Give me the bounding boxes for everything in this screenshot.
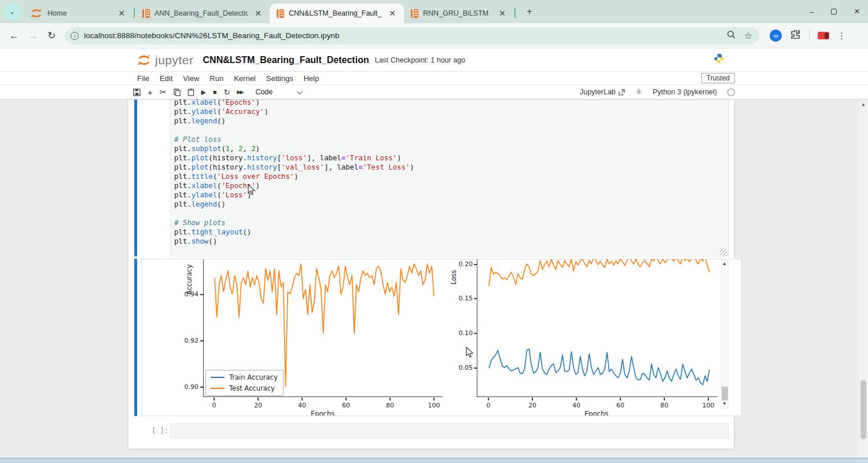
mouse-cursor xyxy=(248,184,256,196)
accuracy-xtick: 20 xyxy=(248,402,268,409)
page-scrollbar[interactable]: ▲ xyxy=(859,100,868,458)
cell-type-dropdown[interactable]: Code xyxy=(255,88,301,96)
loss-ytick: 0.15 xyxy=(453,295,473,302)
window-close-button[interactable]: × xyxy=(854,6,860,17)
tab-cnn-lstm-notebook[interactable]: CNN&LSTM_Bearing_Fault_Dete ✕ xyxy=(270,3,404,23)
tab-close-icon[interactable]: ✕ xyxy=(496,9,508,18)
extension-red-icon[interactable] xyxy=(818,32,829,39)
empty-code-cell-input[interactable] xyxy=(170,423,729,439)
tab-close-icon[interactable]: ✕ xyxy=(387,9,398,18)
jupyterlab-link[interactable]: JupyterLab xyxy=(580,88,625,96)
save-button[interactable] xyxy=(133,89,141,96)
notebook-favicon-icon xyxy=(142,9,150,18)
site-info-icon[interactable]: i xyxy=(71,32,79,40)
legend-entry: Train Accuracy xyxy=(211,373,278,381)
debugger-bug-icon[interactable] xyxy=(635,88,642,97)
tab-close-icon[interactable]: ✕ xyxy=(116,9,127,18)
loss-xtick: 60 xyxy=(610,402,630,409)
notebook-toolbar: + ✂ ▶ ■ ↻ ▶▶ Code JupyterLab Python 3 (i… xyxy=(0,85,868,100)
notebook-favicon-icon xyxy=(277,9,284,18)
url-text: localhost:8888/notebooks/CNN%26LSTM_Bear… xyxy=(84,31,727,40)
legend-label: Train Accuracy xyxy=(229,373,278,381)
menu-kernel[interactable]: Kernel xyxy=(229,73,261,84)
cell-output-area[interactable]: Accuracy 0.94 0.92 0.90 0 20 40 60 80 10… xyxy=(141,259,742,416)
browser-menu-icon[interactable]: ⋮ xyxy=(837,31,846,41)
menu-run[interactable]: Run xyxy=(204,73,229,84)
loss-xtick: 80 xyxy=(654,402,674,409)
zoom-page-icon[interactable] xyxy=(727,30,736,42)
loss-xtick: 20 xyxy=(523,402,542,409)
insert-cell-button[interactable]: + xyxy=(148,87,153,97)
restart-run-all-button[interactable]: ▶▶ xyxy=(237,89,243,95)
tab-home[interactable]: Home ✕ xyxy=(23,3,133,23)
forward-button[interactable]: → xyxy=(28,30,38,42)
cell-type-value: Code xyxy=(255,88,273,96)
selected-cell-bar xyxy=(134,259,137,416)
legend-line-swatch xyxy=(211,388,225,389)
new-tab-button[interactable]: + xyxy=(522,5,537,19)
accuracy-xtick: 60 xyxy=(336,402,356,409)
extension-badge-icon[interactable]: ∞ xyxy=(770,30,782,42)
paste-cell-button[interactable] xyxy=(187,89,194,96)
page-scrollbar-thumb[interactable] xyxy=(860,380,866,439)
legend-entry: Test Accuracy xyxy=(211,384,278,392)
cut-cell-button[interactable]: ✂ xyxy=(160,87,167,97)
selected-cell-bar xyxy=(134,100,137,256)
menu-settings[interactable]: Settings xyxy=(261,73,299,84)
loss-xtick: 40 xyxy=(567,402,586,409)
scroll-down-icon[interactable]: ▼ xyxy=(722,401,727,406)
window-minimize-button[interactable]: – xyxy=(810,8,814,16)
tab-divider xyxy=(514,8,516,18)
tab-rnn-notebook[interactable]: RNN_GRU_BiLSTM ✕ xyxy=(404,3,514,23)
accuracy-ytick: 0.94 xyxy=(179,291,198,298)
output-scrollbar-thumb[interactable] xyxy=(722,387,728,400)
loss-ytick: 0.05 xyxy=(453,364,473,372)
window-restore-button[interactable] xyxy=(831,9,837,14)
kernel-name[interactable]: Python 3 (ipykernel) xyxy=(653,88,717,96)
accuracy-xtick: 40 xyxy=(292,402,312,409)
tab-ann-notebook[interactable]: ANN_Bearing_Fault_Detection ✕ xyxy=(135,3,270,23)
extensions-puzzle-icon[interactable] xyxy=(790,29,801,42)
output-resize-handle[interactable] xyxy=(720,249,727,256)
python-kernel-logo-icon xyxy=(713,53,724,67)
menu-file[interactable]: File xyxy=(132,73,155,84)
trusted-badge[interactable]: Trusted xyxy=(701,73,735,83)
copy-cell-button[interactable] xyxy=(174,89,181,96)
loss-xlabel: Epochs xyxy=(584,410,608,416)
cell-prompt: [ ]: xyxy=(152,427,168,435)
tab-title: CNN&LSTM_Bearing_Fault_Dete xyxy=(289,9,382,17)
jupyter-logo-icon xyxy=(30,7,43,20)
bottom-edge-strip xyxy=(0,458,868,463)
menu-help[interactable]: Help xyxy=(299,73,325,84)
browser-toolbar: ← → ↻ i localhost:8888/notebooks/CNN%26L… xyxy=(0,23,868,49)
external-link-icon xyxy=(619,89,625,95)
back-button[interactable]: ← xyxy=(9,30,19,42)
chevron-down-icon xyxy=(297,89,303,94)
tab-title: Home xyxy=(47,9,111,17)
address-bar[interactable]: i localhost:8888/notebooks/CNN%26LSTM_Be… xyxy=(65,27,759,45)
accuracy-xtick: 100 xyxy=(424,402,444,409)
toolbar-divider xyxy=(809,31,810,41)
tab-divider xyxy=(134,8,135,18)
bookmark-star-icon[interactable]: ☆ xyxy=(744,30,752,41)
menu-edit[interactable]: Edit xyxy=(155,73,178,84)
scroll-up-icon[interactable]: ▲ xyxy=(861,102,866,107)
stop-kernel-button[interactable]: ■ xyxy=(213,89,217,95)
tab-close-icon[interactable]: ✕ xyxy=(252,9,264,18)
run-cell-button[interactable]: ▶ xyxy=(201,89,206,96)
legend-line-swatch xyxy=(211,377,225,378)
accuracy-legend: Train Accuracy Test Accuracy xyxy=(205,370,284,396)
tab-search-button[interactable]: ⌄ xyxy=(5,4,20,19)
scroll-up-icon[interactable]: ▲ xyxy=(722,261,727,266)
loss-xtick: 100 xyxy=(698,402,718,409)
menu-view[interactable]: View xyxy=(178,73,204,84)
jupyter-logo-icon xyxy=(137,53,152,68)
restart-kernel-button[interactable]: ↻ xyxy=(224,88,230,97)
accuracy-xtick: 0 xyxy=(204,402,224,409)
code-editor[interactable]: plt.xlabel('Epochs') plt.ylabel('Accurac… xyxy=(174,98,414,246)
accuracy-xtick: 80 xyxy=(380,402,400,409)
reload-button[interactable]: ↻ xyxy=(47,30,56,42)
browser-tab-strip: ⌄ Home ✕ ANN_Bearing_Fault_Detection ✕ C… xyxy=(0,0,868,23)
accuracy-xlabel: Epochs xyxy=(311,410,334,416)
notebook-title[interactable]: CNN&LSTM_Bearing_Fault_Detection xyxy=(203,55,369,65)
